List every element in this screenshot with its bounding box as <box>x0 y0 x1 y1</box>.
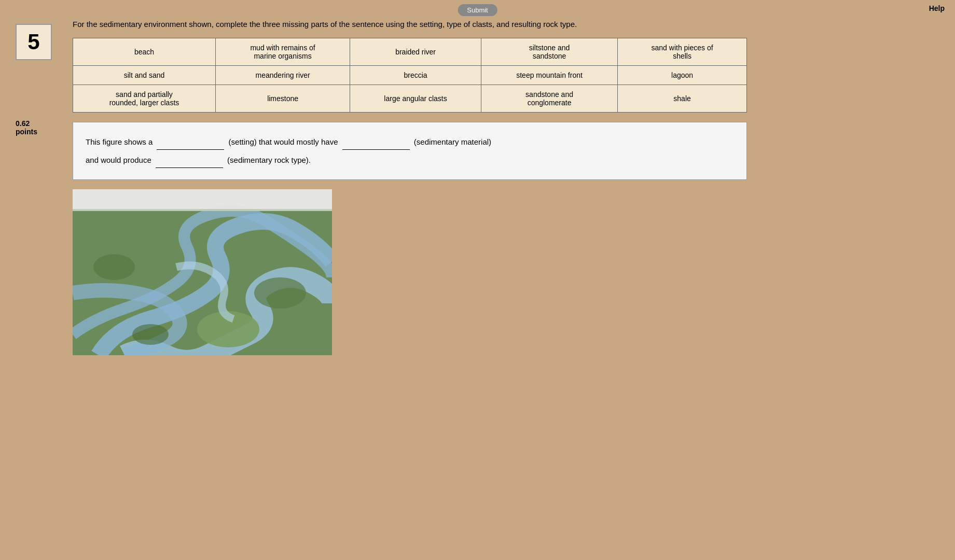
option-braided-river[interactable]: braided river <box>350 38 481 65</box>
option-breccia[interactable]: breccia <box>350 65 481 85</box>
river-svg <box>73 189 332 355</box>
svg-point-4 <box>254 277 306 309</box>
svg-rect-7 <box>73 209 332 211</box>
main-content: 5 0.62 points For the sedimentary enviro… <box>0 8 955 366</box>
option-sandstone-conglomerate[interactable]: sandstone andconglomerate <box>481 85 617 112</box>
sentence-mid-1: (setting) that would mostly have <box>229 137 338 146</box>
top-bar: Submit Help <box>0 0 955 8</box>
right-content: For the sedimentary environment shown, c… <box>73 19 939 355</box>
sentence-prefix-2: and would produce <box>86 156 151 164</box>
points-value: 0.62 <box>16 119 30 128</box>
options-row-2: silt and sand meandering river breccia s… <box>73 65 747 85</box>
option-silt-sand[interactable]: silt and sand <box>73 65 216 85</box>
instruction-text: For the sedimentary environment shown, c… <box>73 19 747 31</box>
sentence-suffix-1: (sedimentary material) <box>414 137 491 146</box>
points-area: 0.62 points <box>16 119 37 136</box>
options-row-1: beach mud with remains ofmarine organism… <box>73 38 747 65</box>
svg-point-5 <box>132 324 169 345</box>
points-label: points <box>16 128 37 136</box>
option-steep-mountain[interactable]: steep mountain front <box>481 65 617 85</box>
option-sand-shells[interactable]: sand with pieces ofshells <box>618 38 747 65</box>
option-mud-marine[interactable]: mud with remains ofmarine organisms <box>215 38 350 65</box>
blank-material[interactable] <box>342 134 410 150</box>
options-table: beach mud with remains ofmarine organism… <box>73 38 747 113</box>
blank-rock-type[interactable] <box>156 152 223 168</box>
help-button[interactable]: Help <box>929 4 945 12</box>
options-row-3: sand and partiallyrounded, larger clasts… <box>73 85 747 112</box>
sentence-box: This figure shows a (setting) that would… <box>73 122 747 180</box>
river-image <box>73 189 332 355</box>
option-lagoon[interactable]: lagoon <box>618 65 747 85</box>
svg-point-3 <box>93 254 135 280</box>
sentence-suffix-2: (sedimentary rock type). <box>227 156 311 164</box>
sentence-prefix-1: This figure shows a <box>86 137 153 146</box>
sentence-line-2: and would produce (sedimentary rock type… <box>86 152 734 168</box>
question-number: 5 <box>16 24 52 60</box>
option-sand-partially[interactable]: sand and partiallyrounded, larger clasts <box>73 85 216 112</box>
sentence-line-1: This figure shows a (setting) that would… <box>86 134 734 150</box>
option-beach[interactable]: beach <box>73 38 216 65</box>
option-meandering-river[interactable]: meandering river <box>215 65 350 85</box>
option-siltstone-sandstone[interactable]: siltstone andsandstone <box>481 38 617 65</box>
option-limestone[interactable]: limestone <box>215 85 350 112</box>
image-container <box>73 189 332 355</box>
option-large-angular[interactable]: large angular clasts <box>350 85 481 112</box>
submit-button[interactable]: Submit <box>458 4 497 16</box>
option-shale[interactable]: shale <box>618 85 747 112</box>
svg-rect-6 <box>73 189 332 211</box>
blank-setting[interactable] <box>157 134 224 150</box>
